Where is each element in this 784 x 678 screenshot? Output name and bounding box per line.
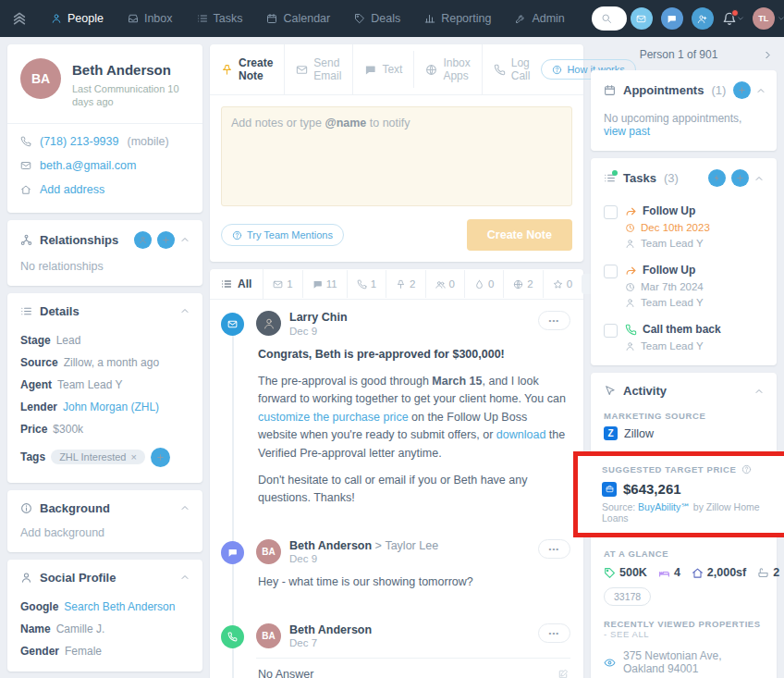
automations-button[interactable] (708, 169, 726, 187)
tab-log-call[interactable]: Log Call (483, 44, 542, 94)
nav-deals[interactable]: Deals (344, 0, 410, 37)
chat-icon[interactable] (661, 7, 683, 30)
tag-label: ZHL Interested (59, 451, 126, 462)
nav-inbox[interactable]: Inbox (117, 0, 183, 37)
add-address-link[interactable]: Add address (40, 183, 104, 196)
relationships-collapse-button[interactable] (180, 235, 190, 244)
tab-send-email[interactable]: Send Email (285, 44, 353, 94)
phone-link[interactable]: (718) 213-9939 (40, 135, 118, 148)
background-placeholder[interactable]: Add background (7, 526, 202, 552)
nav-tasks-label: Tasks (214, 12, 243, 25)
filter-web[interactable]: 2 (504, 270, 543, 298)
filter-emails[interactable]: 1 (263, 270, 302, 298)
tag-pill[interactable]: ZHL Interested (51, 450, 145, 464)
at-a-glance-row: 500K 4 2,000sf 2 (591, 564, 777, 587)
task-checkbox[interactable] (604, 265, 618, 278)
zip-tag[interactable]: 33178 (604, 587, 651, 606)
tab-text[interactable]: Text (353, 51, 414, 88)
task-label[interactable]: Follow Up (643, 264, 695, 277)
gender-label: Gender (20, 645, 59, 658)
follow-up-arrow-icon (625, 265, 637, 277)
download-link[interactable]: download (496, 428, 546, 441)
glance-beds: 4 (674, 566, 680, 579)
details-card: Details StageLead SourceZillow, a month … (7, 293, 202, 483)
person-icon (20, 572, 32, 584)
more-options-button[interactable] (538, 311, 570, 330)
task-label[interactable]: Call them back (643, 323, 721, 336)
lender-link[interactable]: John Morgan (ZHL) (63, 401, 159, 413)
filter-starred[interactable]: 0 (544, 270, 582, 298)
more-options-button[interactable] (538, 623, 570, 643)
help-icon[interactable] (741, 464, 752, 475)
filter-notes[interactable]: 2 (386, 270, 425, 298)
nav-calendar[interactable]: Calendar (256, 0, 340, 37)
filter-people[interactable]: 0 (426, 270, 465, 298)
add-user-icon[interactable] (692, 7, 714, 30)
task-checkbox[interactable] (604, 324, 618, 338)
appointments-count: (1) (711, 83, 726, 97)
nav-reporting-label: Reporting (441, 12, 491, 25)
filter-texts[interactable]: 11 (303, 270, 348, 298)
more-options-button[interactable] (538, 539, 570, 559)
filter-drip[interactable]: 0 (465, 270, 504, 298)
nav-people[interactable]: People (41, 0, 114, 37)
user-avatar[interactable]: TL (753, 7, 775, 30)
people-icon (435, 279, 446, 290)
text-badge-icon (221, 541, 244, 564)
tasks-collapse-button[interactable] (754, 174, 764, 183)
app-logo-icon[interactable] (11, 10, 28, 27)
tab-inbox-apps[interactable]: Inbox Apps (414, 44, 482, 94)
nav-admin[interactable]: Admin (505, 0, 574, 37)
add-task-button[interactable] (731, 169, 749, 187)
person-icon (625, 341, 635, 351)
tab-create-note[interactable]: Create Note (210, 44, 285, 94)
pin-icon (396, 279, 406, 290)
global-search[interactable] (592, 6, 627, 31)
edit-pencil-icon[interactable] (557, 669, 569, 678)
email-subject: Congrats, Beth is pre-approved for $300,… (258, 346, 569, 364)
filter-all[interactable]: All (210, 269, 263, 299)
activity-collapse-button[interactable] (754, 387, 764, 396)
appointments-collapse-button[interactable] (756, 86, 766, 95)
create-note-button[interactable]: Create Note (467, 219, 572, 251)
filter-count: 11 (326, 278, 337, 290)
background-collapse-button[interactable] (180, 503, 190, 512)
nav-reporting[interactable]: Reporting (414, 0, 501, 37)
see-all-link[interactable]: - SEE ALL (604, 629, 649, 639)
sender-name: Beth Anderson (289, 539, 372, 552)
notifications-bell-icon[interactable] (722, 11, 744, 26)
nav-tasks[interactable]: Tasks (187, 0, 253, 37)
buyability-link[interactable]: BuyAbility℠ (638, 501, 691, 512)
messages-icon[interactable] (631, 7, 653, 30)
add-appointment-button[interactable] (733, 81, 751, 99)
task-assignee: Team Lead Y (641, 340, 704, 351)
filter-calls[interactable]: 1 (348, 270, 386, 298)
appointments-title: Appointments (623, 83, 704, 97)
caller-name: Beth Anderson (289, 623, 372, 638)
note-input[interactable]: Add notes or type @name to notify (221, 106, 572, 206)
email-body: The pre-approval is good through March 1… (258, 373, 569, 462)
tag-remove-icon[interactable] (130, 451, 136, 462)
details-collapse-button[interactable] (180, 306, 190, 315)
next-person-icon[interactable] (763, 50, 773, 60)
email-link[interactable]: beth.a@gmail.com (40, 159, 136, 172)
try-team-mentions-button[interactable]: Try Team Mentions (221, 224, 344, 246)
add-relationship-button[interactable] (157, 231, 175, 249)
task-label[interactable]: Follow Up (643, 204, 695, 217)
add-relationship-person-button[interactable] (134, 231, 152, 249)
property-row[interactable]: 375 Newtonian Ave, Oakland 94001 (591, 645, 777, 678)
task-checkbox[interactable] (604, 205, 618, 219)
detail-row: Price$300k (7, 418, 202, 440)
google-search-link[interactable]: Search Beth Anderson (64, 600, 175, 613)
social-collapse-button[interactable] (180, 573, 190, 582)
add-tag-button[interactable] (151, 448, 170, 467)
user-menu[interactable]: TL (753, 7, 784, 30)
detail-value: Lead (56, 334, 81, 347)
person-icon (625, 298, 635, 308)
view-past-link[interactable]: view past (604, 125, 650, 138)
contact-avatar: BA (20, 58, 61, 99)
item-date: Dec 7 (289, 637, 372, 648)
social-profile-title: Social Profile (40, 571, 116, 585)
chat-icon (312, 279, 323, 290)
customize-price-link[interactable]: customize the purchase price (258, 411, 409, 424)
